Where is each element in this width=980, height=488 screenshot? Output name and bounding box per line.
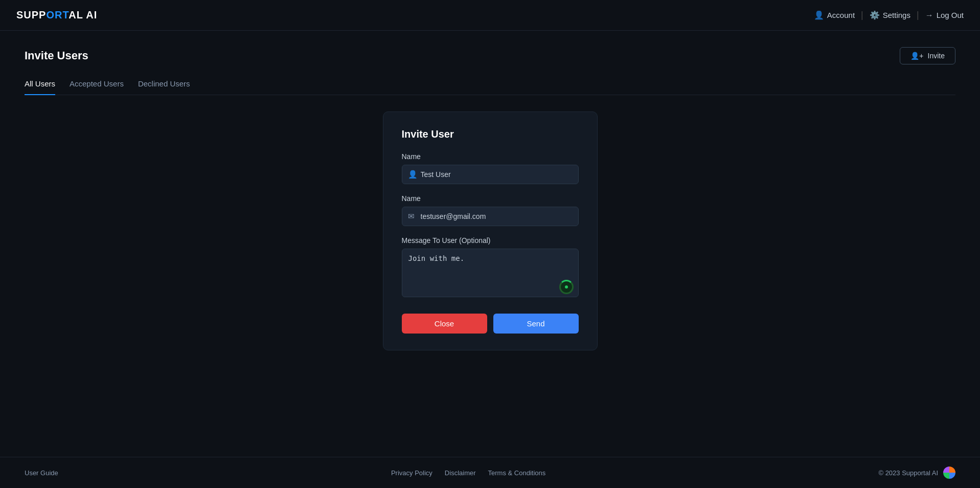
logout-nav-item[interactable]: → Log Out: [925, 11, 964, 20]
account-icon: 👤: [814, 10, 824, 20]
tab-declined-users-label: Declined Users: [138, 79, 190, 88]
message-field-group: Message To User (Optional) Join with me.: [402, 236, 579, 299]
footer-links: Privacy Policy Disclaimer Terms & Condit…: [391, 469, 545, 477]
invite-form: Invite User Name 👤 Name ✉ Message To U: [383, 112, 598, 350]
invite-icon: 👤+: [910, 52, 923, 60]
logout-icon: →: [925, 11, 933, 20]
nav-separator-1: |: [861, 10, 863, 20]
invite-button-label: Invite: [928, 52, 945, 60]
name-field-group: Name 👤: [402, 152, 579, 184]
form-buttons: Close Send: [402, 314, 579, 334]
close-button[interactable]: Close: [402, 314, 487, 334]
invite-form-container: Invite User Name 👤 Name ✉ Message To U: [25, 112, 955, 350]
page-header: Invite Users 👤+ Invite: [25, 47, 955, 64]
account-label: Account: [827, 11, 855, 19]
email-label: Name: [402, 194, 579, 203]
form-title: Invite User: [402, 128, 579, 140]
tab-all-users[interactable]: All Users: [25, 79, 55, 95]
email-field-group: Name ✉: [402, 194, 579, 226]
name-input[interactable]: [402, 165, 579, 184]
logo-suffix: AL AI: [69, 9, 97, 20]
spinner-icon: [559, 280, 574, 294]
logo-text: SUPP: [16, 9, 46, 20]
name-input-wrap: 👤: [402, 165, 579, 184]
user-guide-link[interactable]: User Guide: [25, 469, 58, 477]
logo: SUPPORTAL AI: [16, 9, 97, 21]
message-label: Message To User (Optional): [402, 236, 579, 245]
terms-link[interactable]: Terms & Conditions: [488, 469, 546, 477]
disclaimer-link[interactable]: Disclaimer: [445, 469, 476, 477]
account-nav-item[interactable]: 👤 Account: [814, 10, 855, 20]
page-title: Invite Users: [25, 49, 88, 62]
name-label: Name: [402, 152, 579, 161]
email-input[interactable]: [402, 207, 579, 226]
tab-accepted-users[interactable]: Accepted Users: [70, 79, 124, 95]
tab-declined-users[interactable]: Declined Users: [138, 79, 190, 95]
message-textarea[interactable]: Join with me.: [402, 249, 579, 297]
tabs-container: All Users Accepted Users Declined Users: [25, 79, 955, 95]
logout-label: Log Out: [937, 11, 964, 19]
footer: User Guide Privacy Policy Disclaimer Ter…: [0, 457, 980, 488]
tab-all-users-label: All Users: [25, 79, 55, 88]
logo-accent: ORT: [46, 9, 69, 20]
footer-logo-icon: [943, 467, 955, 479]
email-input-wrap: ✉: [402, 207, 579, 226]
settings-nav-item[interactable]: ⚙️ Settings: [870, 10, 910, 20]
copyright-text: © 2023 Supportal AI: [878, 469, 938, 477]
tab-accepted-users-label: Accepted Users: [70, 79, 124, 88]
main-content: Invite Users 👤+ Invite All Users Accepte…: [0, 31, 980, 457]
privacy-policy-link[interactable]: Privacy Policy: [391, 469, 432, 477]
user-icon: 👤: [408, 170, 418, 179]
send-button[interactable]: Send: [493, 314, 579, 334]
settings-icon: ⚙️: [870, 10, 880, 20]
message-textarea-wrap: Join with me.: [402, 249, 579, 299]
settings-label: Settings: [883, 11, 910, 19]
header-nav: 👤 Account | ⚙️ Settings | → Log Out: [814, 10, 964, 20]
footer-right: © 2023 Supportal AI: [878, 467, 955, 479]
email-icon: ✉: [408, 212, 415, 221]
nav-separator-2: |: [917, 10, 919, 20]
header: SUPPORTAL AI 👤 Account | ⚙️ Settings | →…: [0, 0, 980, 31]
invite-button[interactable]: 👤+ Invite: [900, 47, 955, 64]
